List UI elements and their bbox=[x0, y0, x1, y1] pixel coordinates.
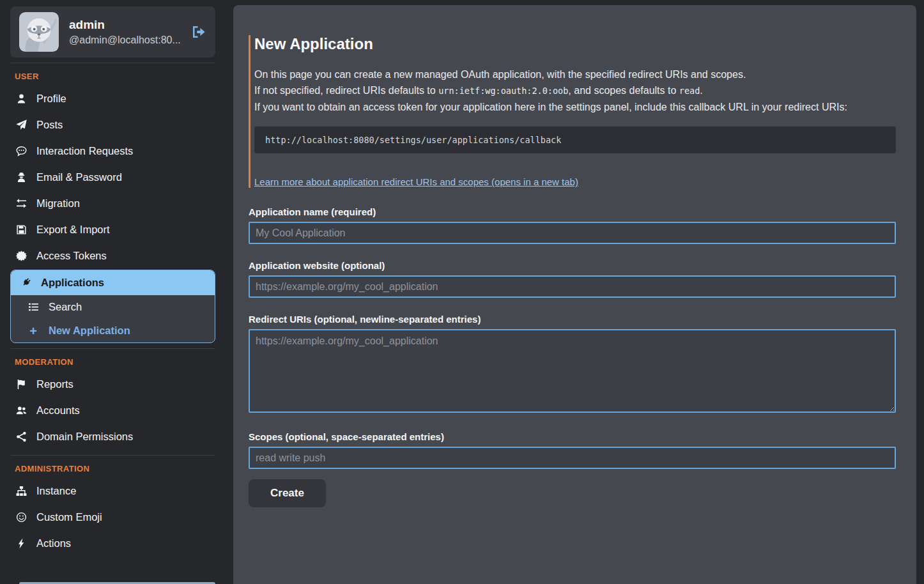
application-name-label: Application name (required) bbox=[249, 206, 896, 217]
sidebar-item-label: Applications bbox=[41, 277, 104, 289]
plug-icon bbox=[19, 277, 32, 288]
redirect-uris-label: Redirect URIs (optional, newline-separat… bbox=[249, 314, 896, 325]
scopes-field-group: Scopes (optional, space-separated entrie… bbox=[249, 431, 896, 469]
sidebar-item-label: Custom Emoji bbox=[36, 511, 102, 523]
sidebar-item-instance[interactable]: Instance bbox=[10, 478, 215, 504]
comment-dots-icon bbox=[15, 146, 27, 157]
sidebar-item-label: Actions bbox=[36, 537, 71, 549]
sidebar-item-label: Instance bbox=[36, 485, 76, 497]
sidebar-item-migration[interactable]: Migration bbox=[10, 190, 215, 217]
sidebar-item-label: Domain Permissions bbox=[36, 431, 133, 443]
sidebar-item-profile[interactable]: Profile bbox=[10, 86, 215, 112]
main-area: New Application On this page you can cre… bbox=[227, 0, 924, 584]
section-header-administration: ADMINISTRATION bbox=[15, 464, 215, 473]
user-handle: @admin@localhost:80... bbox=[69, 35, 181, 46]
user-secret-icon bbox=[15, 172, 27, 183]
avatar bbox=[19, 12, 59, 52]
user-card[interactable]: admin @admin@localhost:80... bbox=[10, 6, 215, 58]
sidebar-item-label: Interaction Requests bbox=[36, 145, 133, 157]
sidebar-item-reports[interactable]: Reports bbox=[10, 371, 215, 397]
sidebar-item-label: Export & Import bbox=[36, 224, 110, 236]
users-icon bbox=[15, 405, 27, 416]
application-website-field-group: Application website (optional) bbox=[249, 260, 896, 298]
learn-more-link[interactable]: Learn more about application redirect UR… bbox=[254, 176, 578, 187]
intro-line-1: On this page you can create a new manage… bbox=[254, 66, 896, 82]
scopes-input[interactable] bbox=[249, 447, 896, 469]
sidebar-item-label: Search bbox=[49, 301, 82, 313]
sidebar-item-label: Accounts bbox=[36, 404, 80, 417]
application-website-label: Application website (optional) bbox=[249, 260, 896, 271]
user-icon bbox=[15, 93, 27, 104]
sidebar-item-label: Profile bbox=[36, 93, 66, 105]
intro-line-3: If you want to obtain an access token fo… bbox=[254, 99, 896, 115]
sidebar-item-posts[interactable]: Posts bbox=[10, 112, 215, 138]
sidebar-item-label: Access Tokens bbox=[36, 250, 107, 262]
redirect-uris-textarea[interactable] bbox=[249, 329, 896, 413]
share-nodes-icon bbox=[15, 431, 27, 442]
certificate-icon bbox=[15, 250, 27, 261]
oob-code: urn:ietf:wg:oauth:2.0:oob bbox=[438, 86, 568, 96]
new-application-panel: New Application On this page you can cre… bbox=[233, 5, 916, 584]
application-website-input[interactable] bbox=[249, 275, 896, 298]
create-button[interactable]: Create bbox=[249, 479, 326, 507]
callback-url-code-block: http://localhost:8080/settings/user/appl… bbox=[254, 127, 896, 153]
redirect-uris-field-group: Redirect URIs (optional, newline-separat… bbox=[249, 314, 896, 415]
sidebar-item-label: Posts bbox=[36, 119, 63, 131]
divider bbox=[11, 455, 215, 456]
sidebar-item-actions[interactable]: Actions bbox=[10, 530, 215, 557]
exchange-icon bbox=[15, 198, 27, 209]
sidebar-item-applications[interactable]: Applications bbox=[11, 270, 215, 295]
sidebar-item-label: Reports bbox=[36, 378, 73, 390]
sidebar-item-label: Email & Password bbox=[36, 171, 122, 183]
bolt-icon bbox=[15, 538, 27, 549]
sidebar-item-label: Migration bbox=[36, 197, 80, 210]
applications-menu-group: Applications Search + New Application bbox=[10, 270, 215, 343]
paper-plane-icon bbox=[15, 119, 27, 130]
application-name-field-group: Application name (required) bbox=[249, 206, 896, 244]
section-header-moderation: MODERATION bbox=[15, 357, 215, 367]
sidebar-item-label: New Application bbox=[49, 325, 130, 337]
sidebar-item-applications-search[interactable]: Search bbox=[11, 295, 215, 319]
read-code: read bbox=[679, 86, 700, 96]
settings-sidebar: admin @admin@localhost:80... USER Profil… bbox=[0, 0, 227, 584]
user-display-name: admin bbox=[69, 18, 181, 32]
sidebar-item-domain-permissions[interactable]: Domain Permissions bbox=[10, 424, 215, 450]
intro-section: New Application On this page you can cre… bbox=[249, 35, 896, 188]
sidebar-item-new-application[interactable]: + New Application bbox=[11, 319, 215, 342]
sign-out-icon[interactable] bbox=[191, 24, 206, 40]
sidebar-item-interaction-requests[interactable]: Interaction Requests bbox=[10, 138, 215, 164]
sidebar-item-accounts[interactable]: Accounts bbox=[10, 397, 215, 424]
scopes-label: Scopes (optional, space-separated entrie… bbox=[249, 431, 896, 442]
application-name-input[interactable] bbox=[249, 222, 896, 244]
sidebar-item-access-tokens[interactable]: Access Tokens bbox=[10, 243, 215, 269]
intro-line-2: If not specified, redirect URIs defaults… bbox=[254, 82, 896, 99]
smile-icon bbox=[15, 512, 27, 523]
sidebar-item-export-import[interactable]: Export & Import bbox=[10, 217, 215, 243]
floppy-disk-icon bbox=[15, 224, 27, 235]
flag-icon bbox=[15, 379, 27, 390]
plus-icon: + bbox=[27, 325, 40, 336]
sitemap-icon bbox=[15, 486, 27, 496]
list-icon bbox=[27, 302, 40, 312]
sidebar-item-custom-emoji[interactable]: Custom Emoji bbox=[10, 504, 215, 530]
user-meta: admin @admin@localhost:80... bbox=[69, 18, 181, 46]
divider bbox=[11, 348, 215, 349]
new-application-form: Application name (required) Application … bbox=[249, 206, 896, 507]
page-title: New Application bbox=[254, 35, 896, 53]
section-header-user: USER bbox=[15, 72, 215, 81]
divider bbox=[11, 63, 215, 63]
sidebar-item-email-password[interactable]: Email & Password bbox=[10, 164, 215, 190]
